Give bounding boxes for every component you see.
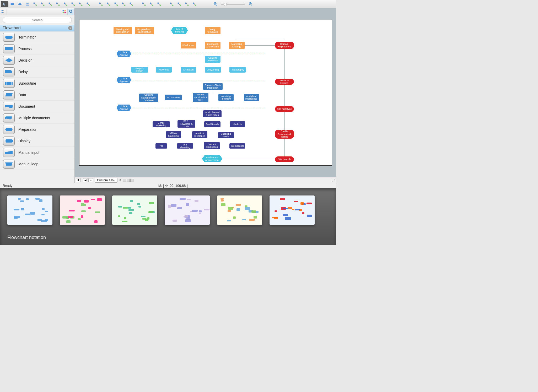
flowchart-node[interactable]: Client Approve [117, 105, 131, 111]
shape-item-manual-loop[interactable]: Manual loop [0, 158, 74, 170]
flowchart-node[interactable]: Domain Registrations [275, 42, 294, 49]
flowchart-node[interactable]: Client Approve [117, 51, 131, 57]
library-tree-icon[interactable] [0, 9, 7, 15]
grid-view-icon[interactable] [61, 9, 68, 15]
fit-icon[interactable]: ⛶ [331, 178, 335, 182]
shape-item-process[interactable]: Process [0, 43, 74, 55]
line-tool[interactable] [97, 1, 105, 7]
flowchart-node[interactable]: Site Launch [275, 156, 294, 162]
clear-tool[interactable] [128, 1, 135, 7]
flowchart-node[interactable]: Marketing Strategy [229, 42, 245, 49]
flowchart-node[interactable]: Photography [229, 67, 246, 73]
shape-item-data[interactable]: Data [0, 89, 74, 101]
ellipse-tool[interactable] [16, 1, 24, 7]
zoom-tool[interactable] [168, 1, 175, 7]
thumb-5[interactable] [217, 195, 262, 225]
prev-page-button[interactable]: ◀ [83, 178, 88, 182]
next-page-button[interactable]: ▶ [88, 178, 93, 182]
flowchart-node[interactable]: Viral Marketing [177, 143, 193, 149]
flowchart-node[interactable]: Meeting and Consultation [114, 27, 132, 34]
connector-2-tool[interactable] [39, 1, 46, 7]
text-tool[interactable] [24, 1, 31, 7]
vertical-align-tool[interactable] [120, 1, 127, 7]
library-filter-input[interactable] [7, 9, 61, 15]
thumb-4[interactable] [165, 195, 210, 225]
arrange-2-tool[interactable] [148, 1, 155, 7]
flowchart-node[interactable]: SEO-Keywords & code [177, 120, 195, 128]
shape-item-terminator[interactable]: Terminator [0, 31, 74, 43]
shape-item-display[interactable]: Display [0, 135, 74, 147]
pan-tool[interactable] [176, 1, 183, 7]
flowchart-node[interactable]: Content Assembly [205, 56, 220, 63]
connector-tree-tool[interactable] [62, 1, 69, 7]
shape-item-subroutine[interactable]: Subroutine [0, 78, 74, 89]
flowchart-node[interactable]: E-mail Marketing [153, 121, 170, 127]
arrange-3-tool[interactable] [155, 1, 163, 7]
rectangle-tool[interactable] [9, 1, 16, 7]
thumb-2[interactable] [60, 195, 105, 225]
connector-curved-tool[interactable] [47, 1, 54, 7]
flowchart-node[interactable]: eCommerce [165, 95, 182, 100]
flowchart-node[interactable]: Affiliate Marketing [166, 131, 181, 138]
flowchart-node[interactable]: Graphic Design [131, 67, 148, 73]
flowchart-node[interactable]: Paid Search [204, 121, 220, 127]
flowchart-node[interactable]: Content Syndication [204, 142, 220, 149]
insert-tool[interactable] [85, 1, 92, 7]
flowchart-node[interactable]: Business Tools Integration [203, 83, 223, 90]
flowchart-node[interactable]: Quality Assurance & Testing [275, 130, 294, 139]
flowchart-node[interactable]: Content Management/ Database [139, 94, 158, 102]
flowchart-node[interactable]: International [229, 143, 245, 149]
flowchart-node[interactable]: Goal Channel Optimization [203, 110, 222, 117]
shape-item-delay[interactable]: Delay [0, 66, 74, 78]
zoom-in-button[interactable] [247, 1, 254, 7]
flowchart-node[interactable]: Usability [230, 121, 245, 127]
search-input[interactable] [3, 17, 72, 23]
flowchart-node[interactable]: Site Prototype [275, 106, 294, 112]
flowchart-node[interactable]: Inventory/ Fulfilment [218, 94, 234, 101]
flowchart-node[interactable]: Copywriting [205, 67, 221, 73]
flowchart-node[interactable]: Wireframes [181, 42, 196, 48]
flowchart-node[interactable]: Art Works [156, 67, 172, 73]
flowchart-node[interactable]: Shopping Feeds [218, 132, 234, 138]
flowchart-node[interactable]: Analytics/ Intelligence [244, 94, 259, 101]
flowchart-node[interactable]: Proposal and Specification [135, 27, 154, 34]
flowchart-node[interactable]: Server & Hosting [275, 79, 294, 85]
zoom-out-button[interactable] [212, 1, 219, 7]
flowchart-node[interactable]: PR [155, 143, 167, 149]
connector-branch-tool[interactable] [69, 1, 77, 7]
zoom-slider[interactable] [221, 4, 245, 5]
close-icon[interactable]: × [68, 26, 72, 30]
connector-angled-tool[interactable] [54, 1, 62, 7]
flowchart-node[interactable]: Animation [181, 67, 196, 73]
flowchart-node[interactable]: Information Architecture [205, 42, 220, 49]
flowchart-node[interactable]: Review and Approvement [202, 155, 223, 162]
drawing-canvas[interactable]: Meeting and ConsultationProposal and Spe… [79, 20, 332, 166]
thumb-6[interactable] [270, 195, 315, 225]
arrange-1-tool[interactable] [140, 1, 148, 7]
pause-icon[interactable]: ⏸ [76, 178, 80, 182]
shape-item-decision[interactable]: Decision [0, 55, 74, 66]
shape-item-multiple-documents[interactable]: Multiple documents [0, 112, 74, 124]
thumb-3[interactable] [112, 195, 157, 225]
stepper-icon[interactable]: ▲▼ [119, 178, 121, 182]
eyedropper-tool[interactable] [191, 1, 198, 7]
shape-item-preparation[interactable]: Preparation [0, 124, 74, 135]
curve-tool[interactable] [105, 1, 112, 7]
shape-item-document[interactable]: Document [0, 101, 74, 112]
flowchart-node[interactable]: Client Approve [117, 77, 131, 83]
page-indicator[interactable] [123, 179, 133, 182]
search-toggle-icon[interactable] [68, 9, 74, 15]
flowchart-node[interactable]: Auction/ Clearance [192, 131, 207, 138]
flowchart-node[interactable]: Intranet Syndication/ Wikis [193, 93, 208, 102]
stamp-tool[interactable] [183, 1, 191, 7]
pointer-tool[interactable] [1, 1, 8, 7]
flowchart-node[interactable]: Kick-off meeting [171, 27, 188, 34]
zoom-readout[interactable]: Custom 41% [95, 178, 117, 183]
flowchart-node[interactable]: Design Templates [205, 27, 220, 34]
connector-1-tool[interactable] [31, 1, 39, 7]
library-header[interactable]: Flowchart × [0, 25, 74, 31]
thumb-1[interactable] [7, 195, 52, 225]
connector-multi-tool[interactable] [77, 1, 84, 7]
shape-item-manual-input[interactable]: Manual input [0, 147, 74, 158]
bezier-tool[interactable] [112, 1, 120, 7]
